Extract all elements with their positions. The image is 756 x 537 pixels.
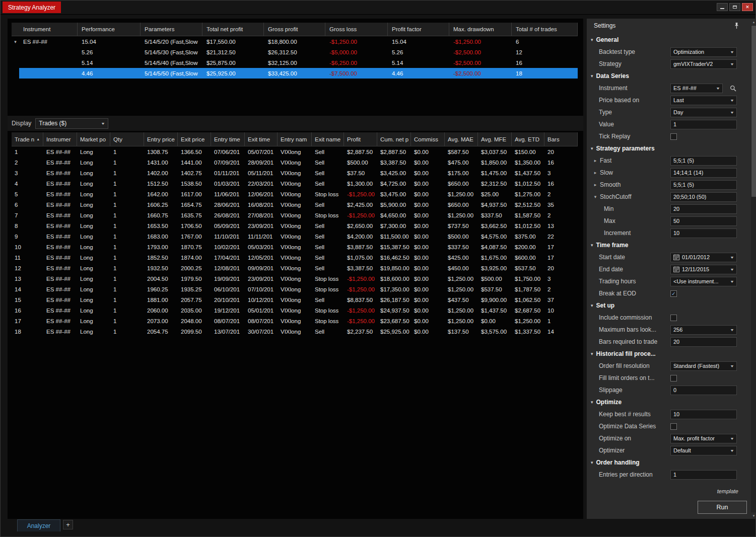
settings-checkbox[interactable]: ✓ (670, 290, 677, 297)
results-row[interactable]: 5.145/14/5/40 (Fast,Slow$25,875.00$32,12… (12, 57, 578, 68)
settings-section-header[interactable]: ▾Strategy parameters (587, 142, 751, 155)
results-column-header[interactable]: Gross profit (264, 23, 325, 36)
settings-checkbox[interactable] (670, 133, 677, 140)
settings-dropdown[interactable]: Day▼ (670, 108, 737, 117)
settings-section-header[interactable]: ▾General (587, 34, 751, 46)
results-row[interactable]: ▾ES ##-##15.045/14/5/20 (Fast,Slow$17,55… (12, 36, 578, 47)
settings-dropdown[interactable]: <Use instrument...▼ (670, 277, 737, 286)
results-column-header[interactable]: Instrument (19, 23, 78, 36)
results-row[interactable]: 4.465/14/5/50 (Fast,Slow$25,925.00$33,42… (12, 68, 578, 79)
settings-input[interactable]: 1 (670, 120, 737, 129)
settings-datepicker[interactable]: 01/01/2012▼ (670, 253, 737, 262)
trades-column-header[interactable]: Instrumer (43, 132, 77, 146)
trade-row[interactable]: 15ES ##-##Long11881.002057.7520/10/20110… (12, 294, 578, 305)
settings-input[interactable]: 20;50;10 (50) (670, 192, 737, 202)
settings-section-header[interactable]: ▾Data Series (587, 70, 751, 82)
param-expand-icon[interactable]: ▸ (593, 170, 598, 175)
trades-column-header[interactable]: Commiss (411, 132, 445, 146)
minimize-button[interactable] (717, 3, 728, 11)
settings-dropdown[interactable]: Last▼ (670, 96, 737, 105)
settings-checkbox[interactable] (670, 375, 677, 381)
settings-checkbox[interactable] (670, 423, 677, 430)
trades-column-header[interactable]: Cum. net p (377, 132, 411, 146)
trade-row[interactable]: 3ES ##-##Long11402.001402.7501/11/20105/… (12, 168, 578, 178)
trades-column-header[interactable]: Bars (544, 132, 578, 146)
settings-dropdown[interactable]: gmVIXTraderV2▼ (670, 59, 737, 69)
titlebar[interactable]: Strategy Analyzer ✕ (1, 1, 755, 15)
tab-analyzer[interactable]: Analyzer (17, 519, 60, 531)
settings-section-header[interactable]: ▾Order handling (587, 456, 751, 469)
close-button[interactable]: ✕ (742, 3, 753, 11)
trade-row[interactable]: 18ES ##-##Long12054.752099.5013/07/20130… (12, 326, 578, 337)
trade-row[interactable]: 5ES ##-##Long11642.001617.0011/06/20112/… (12, 189, 578, 199)
trades-column-header[interactable]: Entry nam (278, 132, 312, 146)
trades-column-header[interactable]: Market po (77, 132, 110, 146)
settings-section-header[interactable]: ▾Time frame (587, 239, 751, 251)
settings-dropdown[interactable]: Default▼ (670, 446, 737, 455)
trade-row[interactable]: 6ES ##-##Long11606.251654.7528/06/20116/… (12, 199, 578, 210)
settings-input[interactable]: 50 (670, 216, 737, 226)
param-expand-icon[interactable]: ▾ (593, 194, 598, 199)
section-collapse-icon[interactable]: ▾ (591, 243, 593, 248)
results-column-header[interactable]: Gross loss (325, 23, 388, 36)
pin-icon[interactable] (734, 22, 739, 31)
trade-row[interactable]: 16ES ##-##Long12060.002035.0019/12/20105… (12, 305, 578, 316)
section-collapse-icon[interactable]: ▾ (591, 400, 593, 405)
trades-column-header[interactable]: Profit (344, 132, 377, 146)
section-collapse-icon[interactable]: ▾ (591, 37, 593, 42)
section-collapse-icon[interactable]: ▾ (591, 460, 593, 465)
trade-row[interactable]: 7ES ##-##Long11660.751635.7526/08/20127/… (12, 210, 578, 220)
display-dropdown[interactable]: Trades ($) ▼ (35, 118, 108, 129)
settings-input[interactable]: 5;5;1 (5) (670, 156, 737, 166)
settings-scrollbar[interactable]: ▲ ▼ (751, 19, 756, 519)
settings-datepicker[interactable]: 12/11/2015▼ (670, 265, 737, 274)
settings-dropdown[interactable]: Standard (Fastest)▼ (670, 361, 737, 371)
results-column-header[interactable]: Profit factor (388, 23, 449, 36)
trade-row[interactable]: 2ES ##-##Long11431.001441.0007/09/20128/… (12, 157, 578, 168)
trades-column-header[interactable]: Exit time (245, 132, 278, 146)
trades-column-header[interactable]: Avg. MAE (445, 132, 478, 146)
trades-column-header[interactable]: Qty (110, 132, 144, 146)
add-tab-button[interactable]: + (63, 520, 73, 529)
trade-row[interactable]: 17ES ##-##Long12073.002048.0008/07/20108… (12, 316, 578, 326)
trades-column-header[interactable]: Entry price (144, 132, 178, 146)
settings-dropdown[interactable]: Max. profit factor▼ (670, 434, 737, 443)
maximize-button[interactable] (729, 3, 740, 11)
expand-collapse-icon[interactable]: ▾ (14, 39, 17, 44)
trades-column-header[interactable]: Avg. ETD (512, 132, 544, 146)
settings-input[interactable]: 10 (670, 228, 737, 238)
settings-input[interactable]: 20 (670, 337, 737, 347)
section-collapse-icon[interactable]: ▾ (591, 351, 593, 356)
window-title-tab[interactable]: Strategy Analyzer (3, 2, 61, 13)
settings-dropdown[interactable]: Optimization▼ (670, 47, 737, 57)
scroll-down-icon[interactable]: ▼ (751, 512, 756, 519)
results-column-header[interactable]: Parameters (141, 23, 202, 36)
results-row[interactable]: 5.265/14/5/30 (Fast,Slow$21,312.50$26,31… (12, 47, 578, 57)
settings-section-header[interactable]: ▾Historical fill proce... (587, 348, 751, 360)
trade-row[interactable]: 10ES ##-##Long11793.001870.7510/02/20105… (12, 242, 578, 252)
trades-column-header[interactable]: Exit name (312, 132, 344, 146)
trades-column-header[interactable]: Entry time (211, 132, 245, 146)
settings-checkbox[interactable] (670, 315, 677, 321)
section-collapse-icon[interactable]: ▾ (591, 73, 593, 79)
trades-column-header[interactable]: Exit price (178, 132, 211, 146)
settings-input[interactable]: 1 (670, 470, 737, 480)
trade-row[interactable]: 9ES ##-##Long11683.001767.0011/10/20111/… (12, 231, 578, 242)
instrument-dropdown[interactable]: ES ##-##▼ (670, 84, 723, 93)
scrollbar-thumb[interactable] (751, 26, 756, 197)
trade-row[interactable]: 14ES ##-##Long11960.251935.2506/10/20107… (12, 284, 578, 294)
results-column-header[interactable]: Total # of trades (512, 23, 578, 36)
section-collapse-icon[interactable]: ▾ (591, 303, 593, 308)
settings-input[interactable]: 0 (670, 386, 737, 395)
trades-column-header[interactable]: Avg. MFE (478, 132, 512, 146)
run-button[interactable]: Run (698, 501, 747, 514)
template-link[interactable]: template (717, 488, 738, 494)
trade-row[interactable]: 11ES ##-##Long11852.501874.0017/04/20112… (12, 252, 578, 263)
param-expand-icon[interactable]: ▸ (593, 158, 598, 163)
settings-section-header[interactable]: ▾Optimize (587, 396, 751, 408)
settings-dropdown[interactable]: 256▼ (670, 325, 737, 335)
results-column-header[interactable]: Total net profit (202, 23, 264, 36)
param-expand-icon[interactable]: ▸ (593, 182, 598, 187)
settings-input[interactable]: 20 (670, 204, 737, 214)
results-column-header[interactable]: Max. drawdown (449, 23, 512, 36)
